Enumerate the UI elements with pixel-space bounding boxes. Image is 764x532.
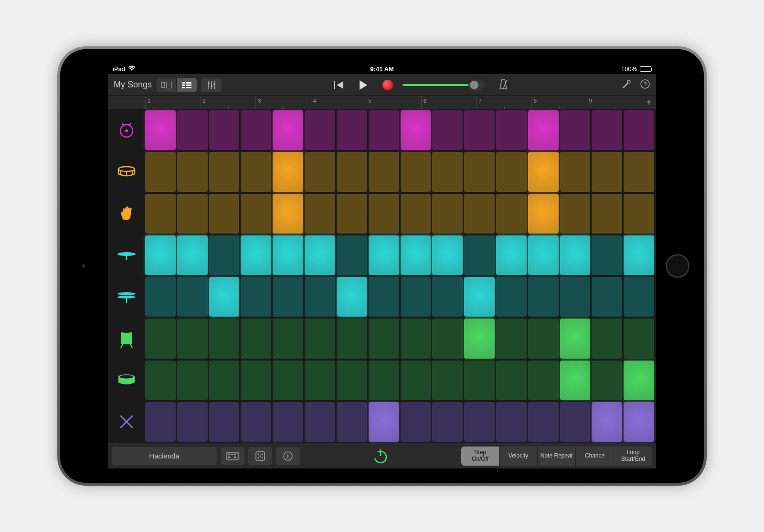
info-button[interactable]	[276, 447, 300, 465]
step-cell[interactable]	[496, 194, 527, 234]
instrument-tom-low[interactable]	[108, 360, 145, 401]
step-cell[interactable]	[496, 235, 527, 275]
step-cell[interactable]	[273, 402, 303, 442]
step-cell[interactable]	[432, 235, 463, 275]
step-cell[interactable]	[464, 235, 495, 275]
step-cell[interactable]	[560, 110, 591, 150]
instrument-open-hihat[interactable]	[108, 276, 145, 318]
step-cell[interactable]	[464, 110, 495, 150]
step-cell[interactable]	[560, 194, 591, 234]
step-cell[interactable]	[624, 402, 654, 442]
ruler-bar[interactable]: 2	[201, 96, 256, 109]
step-cell[interactable]	[337, 194, 367, 234]
step-cell[interactable]	[241, 277, 271, 317]
help-button[interactable]: ?	[640, 79, 650, 91]
step-cell[interactable]	[209, 235, 240, 275]
step-cell[interactable]	[528, 152, 559, 192]
instrument-sticks[interactable]	[108, 401, 145, 443]
step-cell[interactable]	[273, 235, 303, 275]
instrument-closed-hihat[interactable]	[108, 234, 145, 276]
step-cell[interactable]	[528, 361, 559, 400]
step-cell[interactable]	[241, 235, 271, 275]
step-cell[interactable]	[273, 194, 303, 234]
step-cell[interactable]	[209, 319, 240, 358]
step-cell[interactable]	[496, 110, 527, 150]
step-cell[interactable]	[177, 194, 208, 234]
step-cell[interactable]	[432, 277, 463, 317]
instrument-kick[interactable]	[108, 109, 145, 151]
step-cell[interactable]	[145, 152, 176, 192]
step-cell[interactable]	[432, 194, 463, 234]
my-songs-button[interactable]: My Songs	[114, 80, 152, 90]
step-cell[interactable]	[337, 277, 367, 317]
step-cell[interactable]	[496, 361, 527, 400]
step-cell[interactable]	[369, 235, 399, 275]
step-cell[interactable]	[209, 402, 240, 442]
play-button[interactable]	[359, 80, 368, 90]
step-cell[interactable]	[560, 277, 591, 317]
step-cell[interactable]	[145, 110, 176, 150]
step-cell[interactable]	[305, 319, 335, 358]
step-cell[interactable]	[624, 110, 654, 150]
mode-velocity[interactable]: Velocity	[499, 447, 538, 466]
step-cell[interactable]	[624, 277, 654, 317]
power-button[interactable]	[366, 444, 395, 468]
step-cell[interactable]	[145, 361, 176, 400]
step-cell[interactable]	[273, 277, 303, 317]
step-cell[interactable]	[305, 277, 335, 317]
step-cell[interactable]	[464, 152, 495, 192]
step-cell[interactable]	[145, 194, 176, 234]
tracks-view-button[interactable]	[177, 78, 197, 92]
step-cell[interactable]	[337, 110, 367, 150]
ruler-bar[interactable]: 7	[476, 96, 531, 109]
step-cell[interactable]	[145, 319, 176, 358]
step-cell[interactable]	[177, 152, 208, 192]
step-cell[interactable]	[592, 402, 622, 442]
mode-loop-start-end[interactable]: Loop Start/End	[614, 447, 652, 466]
rewind-button[interactable]	[334, 80, 344, 90]
step-cell[interactable]	[145, 402, 176, 442]
step-cell[interactable]	[496, 152, 527, 192]
home-button[interactable]	[666, 254, 690, 278]
step-cell[interactable]	[432, 361, 463, 400]
step-cell[interactable]	[305, 152, 335, 192]
step-cell[interactable]	[145, 235, 176, 275]
step-cell[interactable]	[401, 402, 431, 442]
step-cell[interactable]	[241, 319, 271, 358]
step-cell[interactable]	[337, 319, 367, 358]
step-cell[interactable]	[305, 235, 335, 275]
step-cell[interactable]	[337, 402, 367, 442]
ruler-bar[interactable]: 3	[255, 96, 311, 109]
step-cell[interactable]	[401, 235, 431, 275]
mode-step-on-off[interactable]: Step On/Off	[461, 447, 499, 466]
step-cell[interactable]	[432, 319, 463, 358]
step-cell[interactable]	[209, 152, 240, 192]
instrument-tom-high[interactable]	[108, 318, 145, 359]
mode-chance[interactable]: Chance	[576, 447, 614, 466]
step-cell[interactable]	[177, 319, 208, 358]
step-cell[interactable]	[305, 110, 335, 150]
step-cell[interactable]	[369, 277, 399, 317]
step-cell[interactable]	[305, 194, 335, 234]
step-cell[interactable]	[209, 110, 240, 150]
step-cell[interactable]	[464, 361, 495, 400]
step-cell[interactable]	[560, 235, 591, 275]
step-cell[interactable]	[592, 277, 622, 317]
step-cell[interactable]	[624, 152, 654, 192]
step-cell[interactable]	[528, 235, 559, 275]
step-cell[interactable]	[401, 194, 431, 234]
step-cell[interactable]	[496, 402, 527, 442]
ruler-bar[interactable]: 8	[531, 96, 587, 109]
step-cell[interactable]	[464, 194, 495, 234]
step-cell[interactable]	[177, 402, 208, 442]
ruler-bar[interactable]: 9	[587, 96, 642, 109]
step-cell[interactable]	[496, 319, 527, 358]
step-cell[interactable]	[592, 319, 622, 358]
volume-control[interactable]	[403, 84, 469, 86]
step-cell[interactable]	[528, 319, 559, 358]
step-cell[interactable]	[592, 110, 622, 150]
step-cell[interactable]	[241, 194, 271, 234]
ruler-bar[interactable]: 1	[145, 96, 201, 109]
step-cell[interactable]	[560, 361, 591, 400]
step-cell[interactable]	[401, 319, 431, 358]
